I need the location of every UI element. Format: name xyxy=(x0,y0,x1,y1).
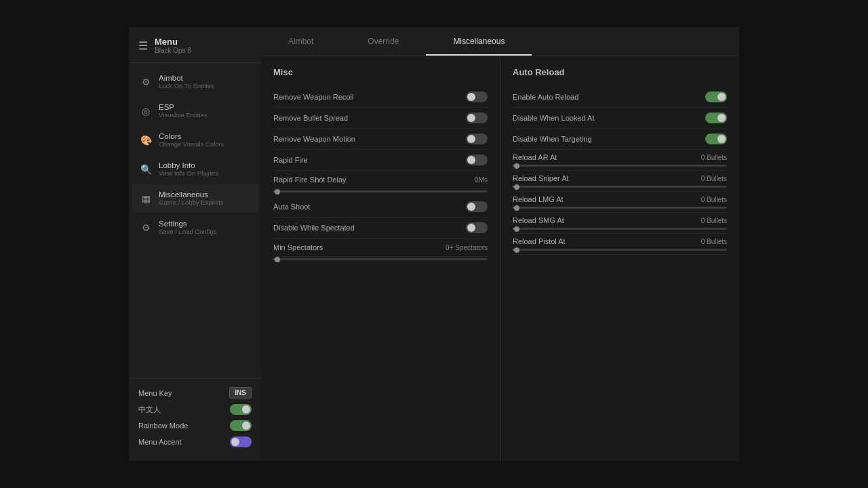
remove-weapon-recoil-toggle[interactable] xyxy=(466,92,488,102)
disable-while-spectated-toggle[interactable] xyxy=(466,222,488,233)
disable-when-targeting-toggle[interactable] xyxy=(705,134,727,144)
remove-bullet-spread-label: Remove Bullet Spread xyxy=(273,114,348,122)
aimbot-icon: ⚙ xyxy=(140,76,152,88)
auto-shoot-label: Auto Shoot xyxy=(273,203,310,211)
remove-bullet-spread-toggle[interactable] xyxy=(466,113,488,123)
accent-label: Menu Accent xyxy=(138,438,182,446)
remove-weapon-recoil-row: Remove Weapon Recoil xyxy=(273,87,488,108)
menu-key-label: Menu Key xyxy=(138,389,172,397)
tab-bar: Aimbot Override Miscellaneous xyxy=(261,27,739,56)
reload-sniper-at-label: Reload Sniper At xyxy=(513,174,569,182)
sidebar-item-settings[interactable]: ⚙ Settings Save / Load Configs xyxy=(132,214,258,241)
rapid-fire-toggle[interactable] xyxy=(466,155,488,165)
chinese-row: 中文人 xyxy=(138,404,252,415)
reload-sniper-at-track xyxy=(513,186,727,188)
reload-pistol-at-value: 0 Bullets xyxy=(701,238,727,245)
rapid-fire-row: Rapid Fire xyxy=(273,150,488,171)
reload-smg-at-value: 0 Bullets xyxy=(701,217,727,224)
reload-lmg-at-label: Reload LMG At xyxy=(513,195,564,203)
rapid-fire-shot-delay-row: Rapid Fire Shot Delay 0Ms xyxy=(273,171,488,189)
disable-when-looked-at-toggle[interactable] xyxy=(705,113,727,123)
reload-lmg-at-value: 0 Bullets xyxy=(701,196,727,203)
rapid-fire-shot-delay-slider-container[interactable] xyxy=(273,189,488,197)
tab-aimbot[interactable]: Aimbot xyxy=(261,27,340,56)
accent-toggle[interactable] xyxy=(230,436,252,447)
sidebar-item-aimbot[interactable]: ⚙ Aimbot Lock On To Entities xyxy=(132,68,258,96)
reload-ar-at-row: Reload AR At 0 Bullets xyxy=(513,150,727,171)
disable-when-targeting-label: Disable When Targeting xyxy=(513,135,592,143)
enable-auto-reload-row: Enable Auto Reload xyxy=(513,87,727,108)
min-spectators-row: Min Spectators 0+ Spectators xyxy=(273,239,488,257)
auto-reload-panel: Auto Reload Enable Auto Reload Disable W… xyxy=(500,56,739,461)
sidebar-header: ☰ Menu Black Ops 6 xyxy=(129,27,261,63)
chinese-toggle[interactable] xyxy=(230,404,252,415)
esp-icon: ◎ xyxy=(140,105,152,117)
rapid-fire-shot-delay-value: 0Ms xyxy=(475,176,488,184)
sidebar-title: Menu xyxy=(155,37,191,47)
reload-sniper-at-value: 0 Bullets xyxy=(701,175,727,182)
sidebar-item-esp[interactable]: ◎ ESP Visualise Entities xyxy=(132,97,258,125)
misc-panel: Misc Remove Weapon Recoil Remove Bullet … xyxy=(261,56,500,461)
remove-weapon-motion-toggle[interactable] xyxy=(466,134,488,144)
disable-while-spectated-label: Disable While Spectated xyxy=(273,224,355,232)
reload-lmg-at-track xyxy=(513,207,727,209)
misc-icon: ▦ xyxy=(140,192,152,205)
misc-sublabel: Game / Lobby Exploits xyxy=(159,199,224,206)
menu-key-badge: INS xyxy=(229,387,252,399)
tab-miscellaneous[interactable]: Miscellaneous xyxy=(426,27,532,56)
disable-when-looked-at-row: Disable When Looked At xyxy=(513,108,727,129)
sidebar-item-misc[interactable]: ▦ Miscellaneous Game / Lobby Exploits xyxy=(132,184,258,212)
colors-icon: 🎨 xyxy=(140,134,152,146)
min-spectators-thumb[interactable] xyxy=(275,257,280,262)
disable-when-looked-at-label: Disable When Looked At xyxy=(513,114,594,122)
aimbot-sublabel: Lock On To Entities xyxy=(159,82,214,89)
aimbot-label: Aimbot xyxy=(159,74,214,82)
reload-smg-at-label: Reload SMG At xyxy=(513,216,564,224)
min-spectators-label: Min Spectators xyxy=(273,243,323,251)
reload-ar-at-track xyxy=(513,165,727,167)
lobby-icon: 🔍 xyxy=(140,163,152,176)
sidebar: ☰ Menu Black Ops 6 ⚙ Aimbot Lock On To E… xyxy=(129,27,261,461)
hamburger-icon: ☰ xyxy=(138,39,148,52)
settings-label: Settings xyxy=(159,220,217,228)
sidebar-item-colors[interactable]: 🎨 Colors Change Visuals Colors xyxy=(132,126,258,154)
reload-ar-at-label: Reload AR At xyxy=(513,153,557,161)
esp-label: ESP xyxy=(159,103,208,111)
reload-smg-at-row: Reload SMG At 0 Bullets xyxy=(513,213,727,234)
accent-row: Menu Accent xyxy=(138,436,252,447)
rapid-fire-shot-delay-track xyxy=(273,190,488,192)
reload-pistol-at-row: Reload Pistol At 0 Bullets xyxy=(513,234,727,255)
colors-label: Colors xyxy=(159,132,224,140)
reload-lmg-at-thumb[interactable] xyxy=(514,205,519,211)
reload-sniper-at-row: Reload Sniper At 0 Bullets xyxy=(513,171,727,192)
rainbow-toggle[interactable] xyxy=(230,420,252,431)
sidebar-item-lobby[interactable]: 🔍 Lobby Info View Info On Players xyxy=(132,155,258,183)
reload-ar-at-thumb[interactable] xyxy=(514,163,519,169)
reload-pistol-at-label: Reload Pistol At xyxy=(513,237,566,245)
rapid-fire-shot-delay-thumb[interactable] xyxy=(275,189,280,195)
main-content: Aimbot Override Miscellaneous Misc Remov… xyxy=(261,27,739,461)
tab-override[interactable]: Override xyxy=(340,27,426,56)
settings-icon: ⚙ xyxy=(140,222,152,234)
disable-while-spectated-row: Disable While Spectated xyxy=(273,218,488,239)
reload-sniper-at-thumb[interactable] xyxy=(514,184,519,190)
auto-reload-panel-title: Auto Reload xyxy=(513,67,727,77)
enable-auto-reload-toggle[interactable] xyxy=(705,92,727,102)
lobby-sublabel: View Info On Players xyxy=(159,169,219,177)
reload-lmg-at-row: Reload LMG At 0 Bullets xyxy=(513,192,727,213)
reload-pistol-at-thumb[interactable] xyxy=(514,247,519,253)
reload-smg-at-thumb[interactable] xyxy=(514,226,519,232)
min-spectators-value: 0+ Spectators xyxy=(446,244,488,251)
reload-smg-at-track xyxy=(513,228,727,230)
remove-weapon-recoil-label: Remove Weapon Recoil xyxy=(273,93,353,101)
auto-shoot-row: Auto Shoot xyxy=(273,197,488,218)
rapid-fire-label: Rapid Fire xyxy=(273,156,308,164)
auto-shoot-toggle[interactable] xyxy=(466,201,488,212)
reload-ar-at-value: 0 Bullets xyxy=(701,154,727,161)
panels-row: Misc Remove Weapon Recoil Remove Bullet … xyxy=(261,56,739,461)
lobby-label: Lobby Info xyxy=(159,161,219,169)
enable-auto-reload-label: Enable Auto Reload xyxy=(513,93,578,101)
sidebar-subtitle: Black Ops 6 xyxy=(155,47,191,54)
min-spectators-slider-container[interactable] xyxy=(273,257,488,264)
chinese-label: 中文人 xyxy=(138,405,161,415)
